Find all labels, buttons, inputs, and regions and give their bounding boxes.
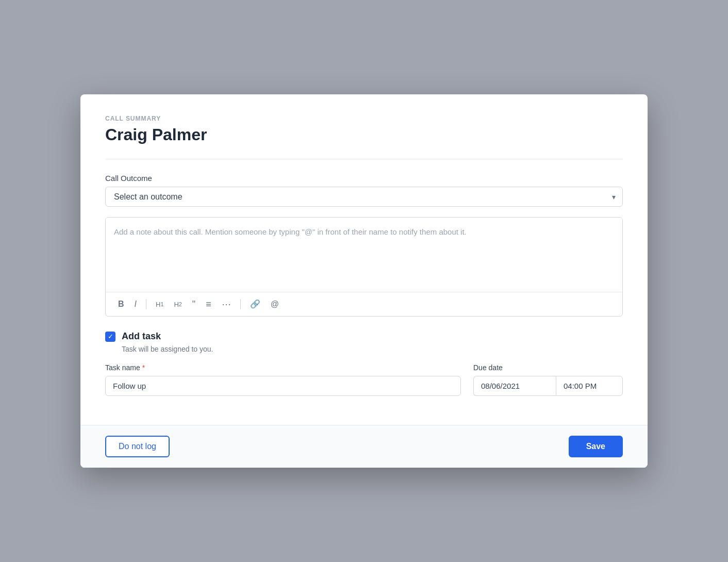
task-name-group: Task name* [105,363,461,396]
do-not-log-button[interactable]: Do not log [105,436,170,457]
toolbar-separator-2 [240,299,241,309]
call-outcome-section: Call Outcome Select an outcome Connected… [105,174,623,207]
link-button[interactable]: 🔗 [246,298,264,310]
title-divider [105,159,623,159]
bold-button[interactable]: B [114,298,128,310]
toolbar-separator-1 [146,299,146,309]
h1-button[interactable]: H1 [152,299,168,310]
task-fields: Task name* Due date [105,363,623,396]
add-task-label: Add task [122,331,161,342]
h2-button[interactable]: H2 [170,299,186,310]
required-indicator: * [142,363,145,372]
ordered-list-button[interactable]: ⋯ [218,297,235,311]
italic-button[interactable]: I [130,298,141,310]
call-outcome-select[interactable]: Select an outcome Connected Left voicema… [105,187,623,207]
blockquote-button[interactable]: " [188,297,200,311]
task-name-input[interactable] [105,376,461,396]
note-editor: B I H1 H2 " ≡ ⋯ 🔗 @ [105,217,623,317]
call-outcome-label: Call Outcome [105,174,623,183]
add-task-checkbox[interactable]: ✓ [105,332,115,342]
add-task-section: ✓ Add task Task will be assigned to you.… [105,331,623,396]
due-date-label: Due date [473,363,623,372]
save-button[interactable]: Save [569,436,623,457]
note-textarea[interactable] [106,218,622,290]
due-time-input[interactable] [556,376,623,396]
modal-label: CALL SUMMARY [105,115,623,122]
call-summary-modal: CALL SUMMARY Craig Palmer Call Outcome S… [80,94,648,468]
checkmark-icon: ✓ [108,333,113,340]
modal-footer: Do not log Save [80,425,648,468]
bullet-list-button[interactable]: ≡ [202,297,216,311]
note-toolbar: B I H1 H2 " ≡ ⋯ 🔗 @ [106,292,622,316]
add-task-header: ✓ Add task [105,331,623,342]
mention-button[interactable]: @ [267,298,283,310]
due-date-input[interactable] [473,376,556,396]
due-date-fields [473,376,623,396]
task-name-label: Task name* [105,363,461,372]
task-subtitle: Task will be assigned to you. [122,345,623,353]
modal-title: Craig Palmer [105,125,623,144]
call-outcome-wrapper: Select an outcome Connected Left voicema… [105,187,623,207]
due-date-group: Due date [473,363,623,396]
